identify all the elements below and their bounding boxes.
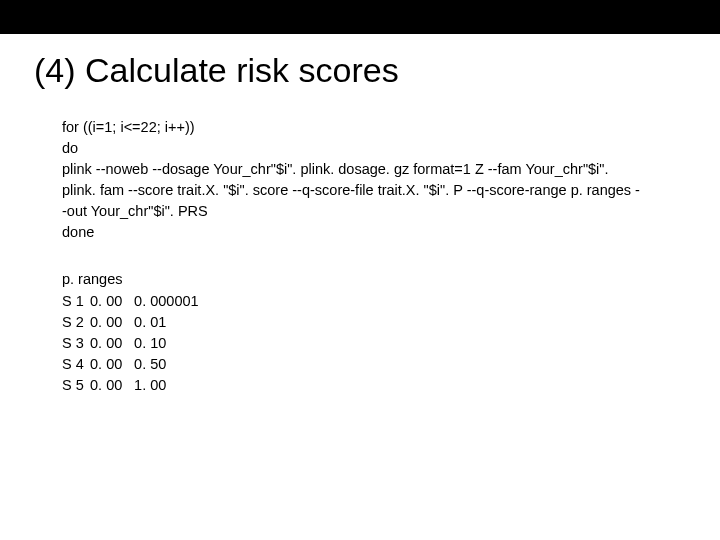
top-black-bar — [0, 0, 720, 34]
code-line: done — [62, 222, 642, 243]
ranges-col2: 0. 01 — [134, 314, 166, 330]
ranges-col1: 0. 00 — [90, 375, 130, 396]
ranges-col2: 0. 000001 — [134, 293, 199, 309]
ranges-col2: 0. 10 — [134, 335, 166, 351]
code-line: plink --noweb --dosage Your_chr"$i". pli… — [62, 159, 642, 222]
ranges-row: S 1 0. 00 0. 000001 — [62, 291, 686, 312]
ranges-label: S 1 — [62, 291, 86, 312]
ranges-col2: 0. 50 — [134, 356, 166, 372]
ranges-header: p. ranges — [62, 269, 686, 290]
ranges-label: S 4 — [62, 354, 86, 375]
ranges-block: p. ranges S 1 0. 00 0. 000001 S 2 0. 00 … — [62, 269, 686, 395]
ranges-col1: 0. 00 — [90, 333, 130, 354]
ranges-col2: 1. 00 — [134, 377, 166, 393]
ranges-label: S 5 — [62, 375, 86, 396]
ranges-label: S 2 — [62, 312, 86, 333]
ranges-label: S 3 — [62, 333, 86, 354]
slide-body: (4) Calculate risk scores for ((i=1; i<=… — [0, 34, 720, 396]
ranges-row: S 4 0. 00 0. 50 — [62, 354, 686, 375]
ranges-row: S 5 0. 00 1. 00 — [62, 375, 686, 396]
ranges-col1: 0. 00 — [90, 354, 130, 375]
shell-code-block: for ((i=1; i<=22; i++)) do plink --noweb… — [62, 117, 642, 243]
ranges-col1: 0. 00 — [90, 291, 130, 312]
ranges-row: S 3 0. 00 0. 10 — [62, 333, 686, 354]
ranges-col1: 0. 00 — [90, 312, 130, 333]
slide-title: (4) Calculate risk scores — [34, 52, 686, 89]
code-line: for ((i=1; i<=22; i++)) — [62, 117, 642, 138]
code-line: do — [62, 138, 642, 159]
ranges-row: S 2 0. 00 0. 01 — [62, 312, 686, 333]
